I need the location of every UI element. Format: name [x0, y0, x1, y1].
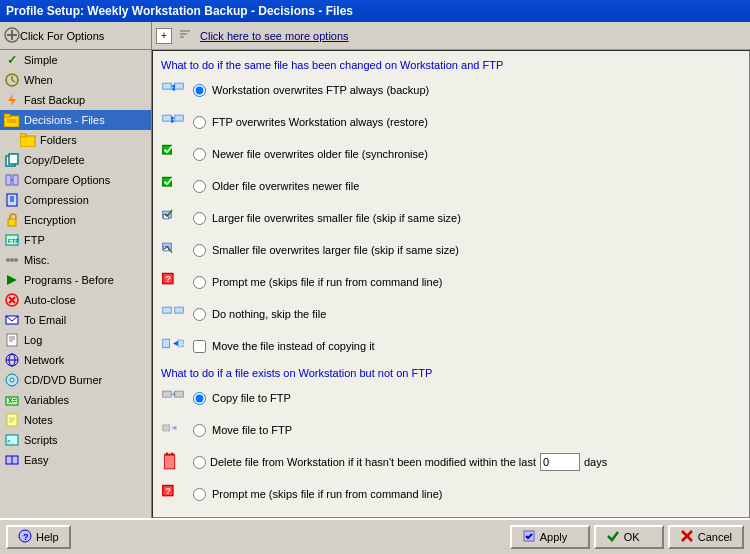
- sidebar-item-variables[interactable]: X= Variables: [0, 390, 151, 410]
- help-label: Help: [36, 531, 59, 543]
- sidebar-item-network[interactable]: Network: [0, 350, 151, 370]
- option-icon-ws-ftp: [159, 76, 187, 104]
- check-icon: ✓: [4, 52, 20, 68]
- sidebar-item-compare-options[interactable]: Compare Options: [0, 170, 151, 190]
- help-button[interactable]: ? Help: [6, 525, 71, 549]
- svg-rect-80: [163, 425, 170, 431]
- sidebar-item-scripts[interactable]: >_ Scripts: [0, 430, 151, 450]
- radio-delete-ws[interactable]: [193, 456, 206, 469]
- sidebar-item-notes[interactable]: Notes: [0, 410, 151, 430]
- sidebar-header[interactable]: Click For Options: [0, 22, 151, 50]
- svg-rect-8: [4, 114, 10, 117]
- days-input[interactable]: [540, 453, 580, 471]
- sidebar-item-ftp[interactable]: FTP FTP: [0, 230, 151, 250]
- option-label-ftp-ws[interactable]: FTP overwrites Workstation always (resto…: [193, 116, 428, 129]
- sidebar-item-compression[interactable]: Compression: [0, 190, 151, 210]
- sidebar-item-label: Compression: [24, 194, 89, 206]
- sidebar-item-auto-close[interactable]: Auto-close: [0, 290, 151, 310]
- svg-marker-58: [171, 87, 174, 91]
- option-row-ftp-overwrites-ws: FTP overwrites Workstation always (resto…: [157, 107, 745, 137]
- svg-rect-78: [175, 391, 184, 397]
- option-icon-prompt: ?: [159, 268, 187, 296]
- sidebar-item-decisions-files[interactable]: Decisions - Files: [0, 110, 151, 130]
- radio-prompt-section2[interactable]: [193, 488, 206, 501]
- sidebar-item-log[interactable]: Log: [0, 330, 151, 350]
- ok-button[interactable]: OK: [594, 525, 664, 549]
- radio-newer-overwrites-older[interactable]: [193, 148, 206, 161]
- sidebar-item-misc[interactable]: Misc.: [0, 250, 151, 270]
- option-label-smaller[interactable]: Smaller file overwrites larger file (ski…: [193, 244, 459, 257]
- option-row-prompt: ? Prompt me (skips file if run from comm…: [157, 267, 745, 297]
- sidebar-item-encryption[interactable]: Encryption: [0, 210, 151, 230]
- sidebar-item-cd-dvd[interactable]: CD/DVD Burner: [0, 370, 151, 390]
- option-label-ws-ftp[interactable]: Workstation overwrites FTP always (backu…: [193, 84, 429, 97]
- lock-icon: [4, 212, 20, 228]
- network-icon: [4, 352, 20, 368]
- copy-icon: [4, 152, 20, 168]
- sidebar-item-label: Scripts: [24, 434, 58, 446]
- sidebar-item-programs-before[interactable]: Programs - Before: [0, 270, 151, 290]
- option-row-copy-to-ftp: Copy file to FTP: [157, 383, 745, 413]
- sidebar-item-label: Auto-close: [24, 294, 76, 306]
- radio-prompt-section1[interactable]: [193, 276, 206, 289]
- option-icon-move-ftp: [159, 416, 187, 444]
- sidebar-item-to-email[interactable]: To Email: [0, 310, 151, 330]
- svg-marker-75: [173, 341, 178, 346]
- panel-content[interactable]: What to do if the same file has been cha…: [152, 50, 750, 518]
- svg-point-25: [6, 258, 10, 262]
- sidebar-item-label: Compare Options: [24, 174, 110, 186]
- svg-text:X=: X=: [8, 397, 17, 404]
- option-label-larger[interactable]: Larger file overwrites smaller file (ski…: [193, 212, 461, 225]
- option-row-move-file: Move the file instead of copying it: [157, 331, 745, 361]
- apply-label: Apply: [540, 531, 568, 543]
- svg-rect-72: [163, 307, 172, 313]
- radio-move-to-ftp[interactable]: [193, 424, 206, 437]
- option-label-older[interactable]: Older file overwrites newer file: [193, 180, 359, 193]
- script-icon: >_: [4, 432, 20, 448]
- option-label-move[interactable]: Move the file instead of copying it: [193, 340, 375, 353]
- sidebar-item-simple[interactable]: ✓ Simple: [0, 50, 151, 70]
- radio-larger-overwrites-smaller[interactable]: [193, 212, 206, 225]
- option-label-delete-ws[interactable]: Delete file from Workstation if it hasn'…: [193, 453, 607, 471]
- prog-icon: [4, 272, 20, 288]
- option-row-older-newer: Older file overwrites newer file: [157, 171, 745, 201]
- radio-smaller-overwrites-larger[interactable]: [193, 244, 206, 257]
- svg-point-26: [10, 258, 14, 262]
- svg-text:?: ?: [165, 273, 171, 284]
- radio-do-nothing[interactable]: [193, 308, 206, 321]
- svg-line-5: [12, 80, 15, 82]
- cancel-button[interactable]: Cancel: [668, 525, 744, 549]
- checkbox-move-file[interactable]: [193, 340, 206, 353]
- section1-title: What to do if the same file has been cha…: [157, 59, 745, 71]
- apply-button[interactable]: Apply: [510, 525, 590, 549]
- sidebar-item-label: Programs - Before: [24, 274, 114, 286]
- sidebar-item-copy-delete[interactable]: Copy/Delete: [0, 150, 151, 170]
- sidebar-item-label: Decisions - Files: [24, 114, 105, 126]
- radio-copy-to-ftp[interactable]: [193, 392, 206, 405]
- option-label-newer[interactable]: Newer file overwrites older file (synchr…: [193, 148, 428, 161]
- option-label-prompt[interactable]: Prompt me (skips file if run from comman…: [193, 276, 442, 289]
- apply-icon: [522, 529, 536, 545]
- option-label-move-ftp[interactable]: Move file to FTP: [193, 424, 292, 437]
- sidebar-item-when[interactable]: When: [0, 70, 151, 90]
- more-options-link[interactable]: Click here to see more options: [200, 30, 349, 42]
- radio-ws-overwrites-ftp[interactable]: [193, 84, 206, 97]
- sidebar-item-easy[interactable]: Easy: [0, 450, 151, 470]
- option-label-prompt2[interactable]: Prompt me (skips file if run from comman…: [193, 488, 442, 501]
- radio-ftp-overwrites-ws[interactable]: [193, 116, 206, 129]
- sidebar-item-label: Network: [24, 354, 64, 366]
- option-icon-older: [159, 172, 187, 200]
- expand-button[interactable]: +: [156, 28, 172, 44]
- option-icon-do-nothing: [159, 300, 187, 328]
- sidebar-item-fast-backup[interactable]: Fast Backup: [0, 90, 151, 110]
- radio-older-overwrites-newer[interactable]: [193, 180, 206, 193]
- main-container: Click For Options ✓ Simple When Fast Bac…: [0, 22, 750, 554]
- sidebar-item-folders[interactable]: Folders: [0, 130, 151, 150]
- option-label-do-nothing[interactable]: Do nothing, skip the file: [193, 308, 326, 321]
- days-label: days: [584, 456, 607, 468]
- svg-rect-60: [175, 115, 184, 121]
- clock-icon: [4, 72, 20, 88]
- option-label-copy-ftp[interactable]: Copy file to FTP: [193, 392, 291, 405]
- option-row-smaller-larger: Smaller file overwrites larger file (ski…: [157, 235, 745, 265]
- svg-rect-33: [7, 334, 17, 346]
